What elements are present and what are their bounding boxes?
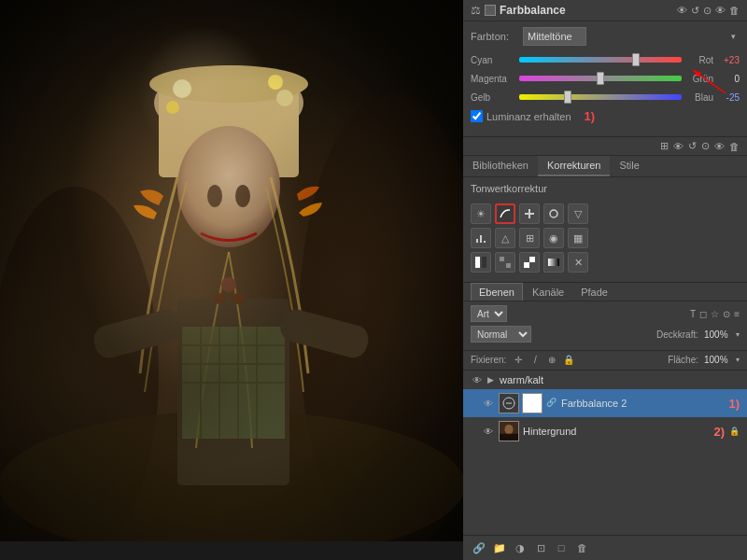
gelb-blau-slider[interactable] bbox=[519, 91, 682, 104]
korr-photo-icon[interactable]: ◉ bbox=[543, 228, 564, 248]
gelb-blau-thumb[interactable] bbox=[564, 91, 571, 104]
reset-icon[interactable]: ↺ bbox=[688, 140, 697, 152]
cyan-rot-value: +23 bbox=[717, 55, 740, 65]
layer-item-hintergrund[interactable]: 👁 Hintergrund 2) 🔒 bbox=[463, 417, 747, 445]
svg-point-38 bbox=[233, 293, 244, 304]
trash2-icon[interactable]: 🗑 bbox=[729, 141, 740, 152]
link-icon[interactable]: 🔗 bbox=[471, 539, 487, 556]
svg-rect-48 bbox=[277, 306, 372, 360]
korr-gradient-icon[interactable] bbox=[543, 252, 564, 273]
fix-icon-brush[interactable]: / bbox=[529, 353, 542, 366]
layer-icon-menu[interactable]: ≡ bbox=[734, 309, 740, 319]
gruen-label: Grün bbox=[685, 74, 713, 84]
korr-colorbal-icon[interactable]: ⊞ bbox=[519, 228, 540, 248]
eye-panel-icon[interactable]: 👁 bbox=[673, 141, 684, 152]
group-layers-icon[interactable]: 📁 bbox=[491, 539, 508, 556]
tab-kanaele[interactable]: Kanäle bbox=[525, 283, 571, 301]
photo-background bbox=[0, 0, 463, 541]
farbton-select[interactable]: Mitteltöne Tiefen Lichter bbox=[523, 27, 586, 46]
korr-hue-sat-icon[interactable]: ▽ bbox=[568, 203, 588, 224]
svg-point-37 bbox=[214, 293, 225, 304]
eye3-icon[interactable]: 👁 bbox=[714, 141, 725, 152]
layer-icon-star[interactable]: ☆ bbox=[711, 309, 719, 319]
luminanz-checkbox[interactable] bbox=[471, 110, 483, 122]
svg-rect-13 bbox=[529, 257, 535, 262]
farbton-select-wrapper: Mitteltöne Tiefen Lichter bbox=[523, 27, 740, 46]
layer-lock-icon: 🔒 bbox=[728, 426, 740, 437]
image-panel bbox=[0, 0, 463, 560]
korr-levels-icon[interactable] bbox=[471, 228, 491, 248]
svg-rect-9 bbox=[482, 257, 486, 268]
korr-grid-icon[interactable]: ▦ bbox=[568, 228, 588, 248]
layer-type-select[interactable]: Art bbox=[471, 305, 507, 322]
magenta-gruen-slider[interactable] bbox=[519, 72, 682, 85]
deckkraft-arrow[interactable]: ▾ bbox=[736, 330, 740, 339]
svg-point-26 bbox=[154, 65, 303, 140]
grid-icon[interactable]: ⊞ bbox=[660, 140, 669, 152]
fix-icon-move[interactable]: ✛ bbox=[512, 353, 525, 366]
korr-invert-icon[interactable] bbox=[471, 252, 491, 273]
blend-mode-select[interactable]: Normal Auflösen bbox=[471, 326, 531, 343]
refresh-icon[interactable]: ↺ bbox=[691, 5, 699, 17]
delete-layer-icon[interactable]: 🗑 bbox=[573, 539, 590, 556]
luminanz-label: Luminanz erhalten bbox=[486, 111, 571, 122]
korr-brightness-icon[interactable]: ☀ bbox=[471, 203, 491, 224]
korr-posterize-icon[interactable] bbox=[495, 252, 515, 273]
flaeche-arrow[interactable]: ▾ bbox=[736, 356, 740, 364]
fix-icon-lock[interactable]: 🔒 bbox=[562, 353, 575, 366]
flaeche-value: 100% bbox=[704, 355, 732, 365]
group-name: warm/kalt bbox=[500, 374, 543, 385]
layer-icon-adjust2[interactable]: ⊙ bbox=[723, 309, 730, 319]
fixieren-row: Fixieren: ✛ / ⊕ 🔒 Fläche: 100% ▾ bbox=[463, 351, 747, 371]
layer-icon-text[interactable]: T bbox=[690, 309, 696, 319]
tab-stile[interactable]: Stile bbox=[610, 156, 648, 176]
clip-icon[interactable]: ⊙ bbox=[703, 5, 712, 17]
svg-point-31 bbox=[235, 185, 250, 207]
layer-icon-shape[interactable]: ◻ bbox=[699, 309, 707, 319]
new-layer-icon[interactable]: □ bbox=[553, 539, 570, 556]
svg-point-28 bbox=[149, 65, 308, 103]
svg-rect-49 bbox=[0, 0, 463, 541]
layer-vis-icon-1[interactable]: 👁 bbox=[482, 397, 495, 410]
svg-point-19 bbox=[504, 425, 513, 435]
layer-item-farbbalance2[interactable]: 👁 🔗 Farbbalance 2 1) bbox=[463, 389, 747, 417]
layer-group-warmkalt[interactable]: 👁 ▶ warm/kalt bbox=[463, 371, 747, 389]
tab-korrekturen[interactable]: Korrekturen bbox=[538, 156, 610, 176]
tab-ebenen[interactable]: Ebenen bbox=[471, 283, 523, 301]
svg-rect-27 bbox=[159, 84, 299, 177]
korr-exposure-icon[interactable] bbox=[519, 203, 540, 224]
layer-vis-icon-2[interactable]: 👁 bbox=[482, 425, 495, 438]
magenta-gruen-thumb[interactable] bbox=[597, 72, 604, 85]
eye2-icon[interactable]: 👁 bbox=[715, 5, 726, 16]
layer-controls: Art T ◻ ☆ ⊙ ≡ Normal Auflösen Deckkraft:… bbox=[463, 301, 747, 351]
korrekturen-icons-row-3: ✕ bbox=[471, 252, 740, 273]
cyan-rot-thumb[interactable] bbox=[632, 53, 640, 66]
group-vis-icon[interactable]: 👁 bbox=[471, 373, 484, 386]
korr-vibrance-icon[interactable] bbox=[543, 203, 564, 224]
korr-threshold-icon[interactable] bbox=[519, 252, 540, 273]
svg-rect-25 bbox=[177, 299, 289, 485]
group-expand-icon[interactable]: ▶ bbox=[487, 375, 494, 385]
tab-bibliotheken[interactable]: Bibliotheken bbox=[463, 156, 538, 176]
svg-rect-8 bbox=[475, 257, 480, 268]
fix-icon-transform[interactable]: ⊕ bbox=[545, 353, 558, 366]
svg-rect-11 bbox=[506, 263, 511, 268]
korrekturen-title: Tonwertkorrektur bbox=[471, 183, 740, 194]
cyan-rot-slider[interactable] bbox=[519, 53, 682, 66]
trash-header-icon[interactable]: 🗑 bbox=[729, 5, 740, 16]
korrekturen-section: Tonwertkorrektur ☀ ▽ △ ⊞ ◉ ▦ bbox=[463, 177, 747, 283]
layer-name-farbbalance2: Farbbalance 2 bbox=[561, 398, 725, 409]
svg-rect-7 bbox=[484, 241, 486, 243]
farbbalance-checkbox[interactable] bbox=[485, 5, 496, 16]
new-adjustment-layer-icon[interactable]: ◑ bbox=[512, 539, 529, 556]
photo-overlay-bar bbox=[0, 541, 463, 560]
korr-triangle-icon[interactable]: △ bbox=[495, 228, 515, 248]
korr-curves-icon[interactable] bbox=[495, 203, 515, 224]
korr-selectivecolor-icon[interactable]: ✕ bbox=[568, 252, 588, 273]
add-mask-icon[interactable]: ⊡ bbox=[532, 539, 549, 556]
luminanz-checkbox-label[interactable]: Luminanz erhalten bbox=[471, 110, 571, 122]
eye-icon[interactable]: 👁 bbox=[677, 5, 687, 16]
menu-icon[interactable]: ⊙ bbox=[701, 140, 710, 152]
tab-pfade[interactable]: Pfade bbox=[573, 283, 615, 301]
layer-mask-thumb-1 bbox=[522, 393, 543, 413]
